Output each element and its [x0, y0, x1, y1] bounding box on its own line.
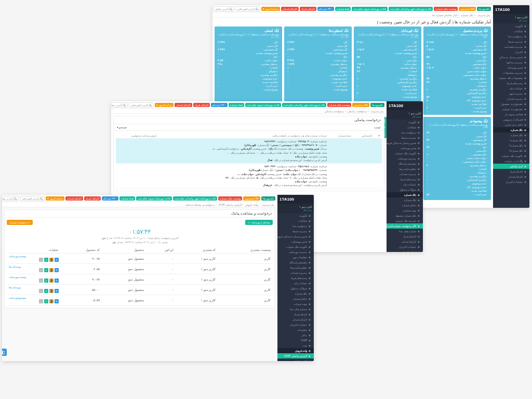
topbar-left-0[interactable]: برنامه امروز ▾: [261, 7, 280, 11]
sidebar-rest-1[interactable]: ◆کارتابل استان: [493, 174, 529, 179]
action-edit-icon[interactable]: ✎: [55, 278, 59, 283]
sidebar-bank-2[interactable]: ◆نوبت شماره: [387, 208, 423, 213]
sidebar-bank-2[interactable]: ◆بانک شماره۲: [493, 143, 529, 148]
table-row[interactable]: شناسه شماره : ۳۷۳۸۵۰۳ - شناسه درخواست : …: [116, 139, 382, 164]
action-check-icon[interactable]: ✓: [44, 289, 48, 293]
sidebar-item-25[interactable]: ◆چت: [277, 343, 314, 348]
table-row[interactable]: کاربر کاربر دمو ۱ - محصول دمو ۸۵۰۰۰ پورس…: [7, 285, 273, 295]
sidebar-item-11[interactable]: ◆مديريت شعبات: [277, 270, 314, 275]
sidebar-bank-3[interactable]: ◆بانک شماره۳: [493, 148, 529, 153]
sidebar-item-8[interactable]: ◆راهنمایی ارسالک: [387, 161, 423, 166]
sidebar-item-8[interactable]: ◆تعيين بورسانت: [493, 65, 529, 70]
action-check-icon[interactable]: ✓: [44, 278, 48, 283]
topbar-btn-0[interactable]: داشبوردها: [477, 7, 491, 11]
list-label[interactable]: لیست: [374, 126, 381, 129]
action-edit-icon[interactable]: ✎: [55, 299, 59, 303]
sidebar-item-5[interactable]: ◆تعيين بورسانت: [277, 239, 314, 244]
action-user-icon[interactable]: 👤: [49, 258, 54, 262]
topbar-left-0[interactable]: برنامه امروز ▾: [155, 103, 174, 107]
sidebar-item-1[interactable]: ◆شكايات: [387, 125, 423, 130]
sidebar-item-10[interactable]: ◆مديريت شعبات: [387, 171, 423, 177]
action-more-icon[interactable]: ⋯: [39, 258, 43, 262]
sidebar-item-3[interactable]: ◆مديريت ضبط: [277, 229, 314, 234]
request-number-button[interactable]: + درخواست شماره: [7, 220, 33, 225]
sidebar-bank-3[interactable]: ◆بانک شماره پیشنهاد: [387, 213, 423, 218]
topbar-btn-3[interactable]: ۸۵ به پورسانت شهر و استان های ثبت: [389, 7, 433, 11]
sidebar-item-17[interactable]: ◆فعاليت نمونه دار: [493, 112, 529, 117]
topbar-btn-1[interactable]: Ke دسترسی: [352, 103, 369, 107]
sidebar-item-3[interactable]: ◆مديريت ضبط: [387, 135, 423, 140]
topbar-btn-2[interactable]: وضعیت های شماره: [434, 7, 458, 11]
sidebar-item-7[interactable]: ◆مديريت بورسانت: [277, 249, 314, 255]
topbar-btn-8[interactable]: کارتابل استان: [175, 103, 192, 107]
view-commission-button[interactable]: مشاهده پورسانت ✓: [245, 220, 273, 225]
sidebar-section-bank[interactable]: ◆بانک شماره: [493, 127, 529, 132]
topbar-btn-7[interactable]: کارتابل فرزاد: [84, 196, 100, 201]
sidebar-item-9[interactable]: ◆راهنمایی ارسالک: [277, 260, 314, 265]
sidebar-item-0[interactable]: ◆تگوریت: [277, 213, 314, 218]
action-more-icon[interactable]: ⋯: [39, 289, 43, 293]
sidebar-item-13[interactable]: ◆سوالات متداول: [387, 187, 423, 192]
topbar-btn-5[interactable]: ایجاد شماره: [335, 7, 351, 11]
sidebar-section[interactable]: ◆واحد فروش: [277, 348, 314, 353]
sidebar-rest-2[interactable]: ◆کارتابل استان: [387, 239, 423, 244]
sidebar-active[interactable]: ◆آمار تفکیکی: [493, 164, 529, 169]
sidebar-item-13[interactable]: ◆عملیات پایه: [277, 281, 314, 286]
sidebar-active[interactable]: ◆گزارش پیامکی VOIP: [277, 353, 314, 358]
action-user-icon[interactable]: 👤: [49, 278, 54, 283]
sidebar-item-0[interactable]: ◆تگوریت: [493, 23, 529, 29]
sidebar-item-23[interactable]: ◆مالی: [277, 332, 314, 338]
sidebar-item-12[interactable]: ◆عملیات پایه: [493, 86, 529, 91]
topbar-btn-2[interactable]: وضعیت های شماره: [218, 196, 243, 201]
table-row[interactable]: کاربر کاربر دمو ۱ - محصول دمو ۹۰۰۷۸ وضعی…: [7, 254, 273, 264]
sidebar-section[interactable]: ◆بانک شماره: [387, 192, 423, 197]
topbar-btn-5[interactable]: ایجاد شماره: [119, 196, 135, 201]
sidebar-item-6[interactable]: ◆تگوریت بانک شماره: [277, 244, 314, 249]
sidebar-rest-0[interactable]: ◆کارتابل فرزاد: [493, 169, 529, 174]
sidebar-item-15[interactable]: ◆بانک شماره: [277, 291, 314, 296]
sidebar-item-2[interactable]: ◆درخواست جدا: [387, 130, 423, 135]
sidebar-item-10[interactable]: ◆تنظیم پارامترها: [277, 265, 314, 270]
topbar-btn-3[interactable]: ۸۵ به پورسانت شهر و استان های ثبت: [173, 196, 217, 201]
sidebar-item-9[interactable]: ◆مديريت محصولات: [493, 70, 529, 75]
action-more-icon[interactable]: ⋯: [39, 278, 43, 283]
sidebar-item-21[interactable]: ◆عملیات کاربران: [277, 322, 314, 327]
sidebar-item-14[interactable]: ◆سوالات متداول: [277, 286, 314, 291]
sidebar-item-11[interactable]: ◆رسیدهای فرزاد: [493, 81, 529, 86]
sidebar-item-18[interactable]: ◆انصراف از سرویس: [493, 117, 529, 122]
sidebar-item-18[interactable]: ◆شماره های جدا: [277, 307, 314, 312]
sidebar-item-15[interactable]: ◆جشنواره به محصول: [493, 101, 529, 107]
action-more-icon[interactable]: ⋯: [39, 268, 43, 272]
sidebar-item-1[interactable]: ◆شكايات: [277, 218, 314, 223]
sidebar-item-7[interactable]: ◆مديريت سالنها: [493, 60, 529, 65]
topbar-btn-0[interactable]: داشبوردها: [370, 103, 384, 107]
action-check-icon[interactable]: ✓: [44, 299, 48, 303]
sidebar-item-13[interactable]: ◆مديريت شهر: [493, 91, 529, 96]
action-edit-icon[interactable]: ✎: [55, 268, 59, 272]
topbar-btn-8[interactable]: کارتابل استان: [65, 196, 83, 201]
action-edit-icon[interactable]: ✎: [55, 289, 59, 293]
topbar-btn-5[interactable]: ایجاد شماره: [229, 103, 244, 107]
table-row[interactable]: کاربر کاربر دمو ۱ - محصول دمو ۰۵۰۵۹ موضو…: [7, 295, 273, 305]
topbar-left-2[interactable]: واگ کردن محلی: [213, 6, 234, 11]
topbar-left-2[interactable]: واگ کردن محلی: [2, 196, 19, 201]
chat-popup-button[interactable]: ◧: [2, 349, 7, 356]
topbar-btn-4[interactable]: ۸۵ به پورسانت نمونه های ثبت: [136, 196, 172, 201]
topbar-btn-7[interactable]: کارتابل فرزاد: [193, 103, 209, 107]
sidebar-item-22[interactable]: ◆تنظیمات: [277, 327, 314, 332]
table-row[interactable]: کاربر کاربر دمو ۱ - محصول دمو ۹۰۰۷۷ وضعی…: [7, 274, 273, 285]
action-user-icon[interactable]: 👤: [49, 268, 54, 272]
sidebar-rest-2[interactable]: ◆عملیات کاربران: [493, 179, 529, 184]
sidebar-item-4[interactable]: ◆مديريت بخشنامه: [493, 44, 529, 49]
sidebar-bank-0[interactable]: ◆بانک شماره: [493, 132, 529, 138]
sidebar-item-20[interactable]: ◆کارتابل استان: [277, 317, 314, 322]
sidebar-item-14[interactable]: ◆مديريت استان: [493, 96, 529, 101]
action-edit-icon[interactable]: ✎: [55, 258, 59, 262]
topbar-btn-6[interactable]: ۳۲۰ ثبت نام: [317, 7, 334, 11]
action-check-icon[interactable]: ✓: [44, 268, 48, 272]
sidebar-item-5[interactable]: ◆تعيين بورسانت: [387, 145, 423, 151]
topbar-left-1[interactable]: واگ کردن کمی دفتر: [235, 6, 260, 11]
topbar-left-1[interactable]: واگ کردن کمی دفتر: [20, 196, 45, 201]
topbar-btn-6[interactable]: ۳۲۰ ثبت نام: [102, 196, 118, 201]
sidebar-rest-0[interactable]: ◆گزارش افزارم: [277, 358, 314, 361]
